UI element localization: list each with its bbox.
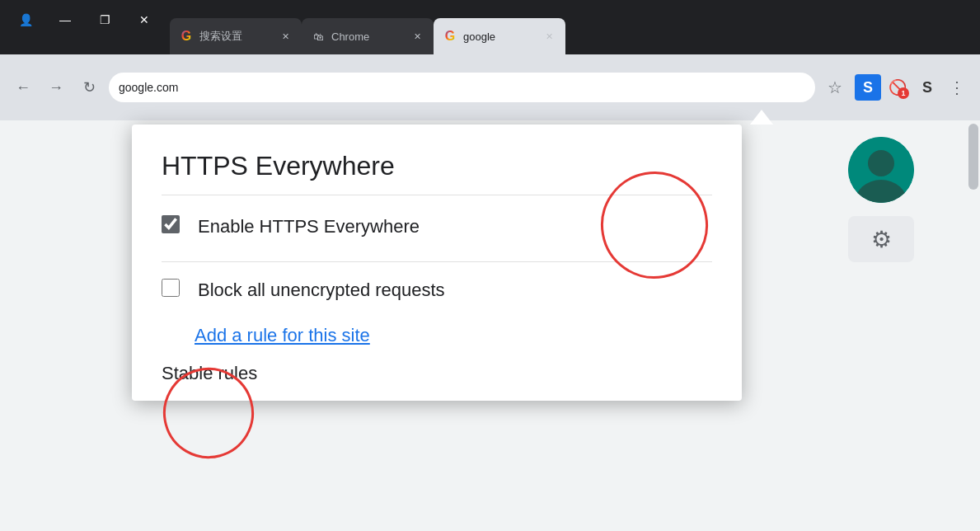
menu-button[interactable]: ⋮ [944,74,970,101]
block-option-label: Block all unencrypted requests [198,280,445,301]
enable-checkbox-wrapper[interactable] [162,215,185,238]
extension-badge: 1 [898,87,909,99]
svg-point-1 [868,150,894,176]
add-rule-link[interactable]: Add a rule for this site [195,325,712,346]
restore-icon: ❐ [100,13,110,26]
tab-close-search[interactable]: ✕ [279,30,292,43]
close-button[interactable]: ✕ [125,7,163,33]
back-button[interactable]: ← [10,74,36,101]
enable-option-label: Enable HTTPS Everywhere [198,216,420,237]
avatar [848,137,914,203]
block-checkbox-wrapper[interactable] [162,279,185,302]
refresh-button[interactable]: ↻ [76,74,102,101]
stable-rules-title: Stable rules [162,363,257,383]
profile-icon: 👤 [19,13,33,26]
enable-option-row: Enable HTTPS Everywhere [162,215,712,238]
profile-button[interactable]: 👤 [7,7,45,33]
extension-icons-area: S 🚫 1 S ⋮ [855,74,970,101]
star-icon: ☆ [828,78,842,97]
restore-button[interactable]: ❐ [86,7,124,33]
scrollbar-track [967,120,980,531]
https-everywhere-popup: HTTPS Everywhere Enable HTTPS Everywhere… [132,125,742,401]
forward-button[interactable]: → [43,74,69,101]
block-option-row: Block all unencrypted requests [162,279,712,302]
block-requests-checkbox[interactable] [162,279,180,297]
window-controls: 👤 — ❐ ✕ [0,3,170,36]
forward-icon: → [49,79,63,96]
browser-content: HTTPS Everywhere Enable HTTPS Everywhere… [0,120,980,531]
tab-close-chrome[interactable]: ✕ [410,30,424,43]
tab-favicon-google: G [443,30,457,43]
omnibox-url: google.com [119,81,178,94]
tab-title-chrome: Chrome [331,31,404,43]
tab-title-google: google [463,31,536,43]
settings-button[interactable]: ⚙ [848,216,914,262]
https-everywhere-icon: S [863,79,873,96]
minimize-icon: — [59,13,71,26]
tab-search[interactable]: G 搜索设置 ✕ [170,18,302,54]
back-icon: ← [16,79,30,96]
browser-titlebar: 👤 — ❐ ✕ G 搜索设置 ✕ 🛍 Chrome ✕ G [0,0,980,54]
https-everywhere-extension[interactable]: S [855,74,881,101]
settings-icon: ⚙ [871,226,892,253]
stylus-icon: S [922,79,932,96]
avatar-image [848,137,914,203]
tab-favicon-search: G [180,30,193,43]
close-icon: ✕ [139,13,149,26]
popup-title: HTTPS Everywhere [162,151,712,195]
right-sidebar: ⚙ [782,120,980,531]
tab-close-google[interactable]: ✕ [542,30,556,43]
browser-toolbar: ← → ↻ google.com ☆ S 🚫 1 S ⋮ [0,54,980,120]
tab-chrome[interactable]: 🛍 Chrome ✕ [302,18,434,54]
menu-icon: ⋮ [949,78,965,97]
tabs-area: G 搜索设置 ✕ 🛍 Chrome ✕ G google ✕ [170,0,980,54]
privacy-badger-extension[interactable]: 🚫 1 [884,74,911,101]
stylus-extension[interactable]: S [914,74,940,101]
scrollbar-thumb[interactable] [968,124,978,190]
tab-google[interactable]: G google ✕ [434,18,565,54]
tab-title-search: 搜索设置 [199,29,272,44]
bookmark-button[interactable]: ☆ [822,74,848,101]
tab-favicon-chrome: 🛍 [312,30,325,43]
enable-https-checkbox[interactable] [162,215,180,233]
minimize-button[interactable]: — [46,7,84,33]
omnibox[interactable]: google.com [109,73,815,102]
option-divider [162,261,712,262]
refresh-icon: ↻ [83,78,96,96]
popup-arrow [750,110,773,125]
